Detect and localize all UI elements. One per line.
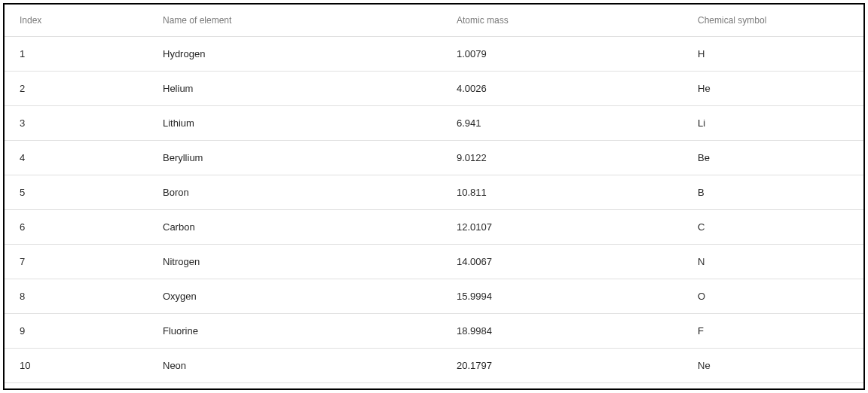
cell-symbol: C <box>698 210 863 245</box>
table-row[interactable]: 1Hydrogen1.0079H <box>5 37 863 72</box>
cell-mass: 20.1797 <box>457 349 698 383</box>
cell-index: 4 <box>5 141 163 175</box>
table-row[interactable]: 5Boron10.811B <box>5 175 863 210</box>
cell-index: 6 <box>5 210 163 245</box>
cell-symbol: Ne <box>698 349 863 383</box>
cell-index: 2 <box>5 72 163 106</box>
table-row[interactable]: 6Carbon12.0107C <box>5 210 863 245</box>
table-row[interactable]: 7Nitrogen14.0067N <box>5 245 863 279</box>
cell-index: 9 <box>5 314 163 349</box>
cell-symbol: B <box>698 175 863 210</box>
cell-name: Neon <box>163 349 457 383</box>
cell-name: Nitrogen <box>163 245 457 279</box>
cell-symbol: Be <box>698 141 863 175</box>
cell-mass: 6.941 <box>457 106 698 141</box>
cell-mass: 4.0026 <box>457 72 698 106</box>
cell-name: Hydrogen <box>163 37 457 72</box>
cell-name: Boron <box>163 175 457 210</box>
cell-name: Oxygen <box>163 279 457 314</box>
cell-mass: 10.811 <box>457 175 698 210</box>
cell-symbol: H <box>698 37 863 72</box>
cell-index: 1 <box>5 37 163 72</box>
cell-index: 7 <box>5 245 163 279</box>
table-row[interactable]: 3Lithium6.941Li <box>5 106 863 141</box>
header-name[interactable]: Name of element <box>163 5 457 37</box>
cell-name: Helium <box>163 72 457 106</box>
cell-mass: 15.9994 <box>457 279 698 314</box>
cell-name: Lithium <box>163 106 457 141</box>
table-row[interactable]: 2Helium4.0026He <box>5 72 863 106</box>
table-body: 1Hydrogen1.0079H2Helium4.0026He3Lithium6… <box>5 37 863 383</box>
table-row[interactable]: 9Fluorine18.9984F <box>5 314 863 349</box>
cell-symbol: He <box>698 72 863 106</box>
cell-mass: 18.9984 <box>457 314 698 349</box>
table-row[interactable]: 4Beryllium9.0122Be <box>5 141 863 175</box>
cell-symbol: F <box>698 314 863 349</box>
cell-mass: 9.0122 <box>457 141 698 175</box>
table-header: Index Name of element Atomic mass Chemic… <box>5 5 863 37</box>
cell-mass: 12.0107 <box>457 210 698 245</box>
table-row[interactable]: 10Neon20.1797Ne <box>5 349 863 383</box>
cell-name: Fluorine <box>163 314 457 349</box>
cell-name: Beryllium <box>163 141 457 175</box>
cell-index: 10 <box>5 349 163 383</box>
cell-index: 5 <box>5 175 163 210</box>
cell-symbol: Li <box>698 106 863 141</box>
header-mass[interactable]: Atomic mass <box>457 5 698 37</box>
elements-table-container: Index Name of element Atomic mass Chemic… <box>3 3 865 390</box>
cell-index: 8 <box>5 279 163 314</box>
header-symbol[interactable]: Chemical symbol <box>698 5 863 37</box>
cell-mass: 1.0079 <box>457 37 698 72</box>
elements-table: Index Name of element Atomic mass Chemic… <box>5 5 863 383</box>
table-row[interactable]: 8Oxygen15.9994O <box>5 279 863 314</box>
cell-mass: 14.0067 <box>457 245 698 279</box>
header-index[interactable]: Index <box>5 5 163 37</box>
cell-symbol: N <box>698 245 863 279</box>
header-row: Index Name of element Atomic mass Chemic… <box>5 5 863 37</box>
cell-symbol: O <box>698 279 863 314</box>
cell-name: Carbon <box>163 210 457 245</box>
cell-index: 3 <box>5 106 163 141</box>
